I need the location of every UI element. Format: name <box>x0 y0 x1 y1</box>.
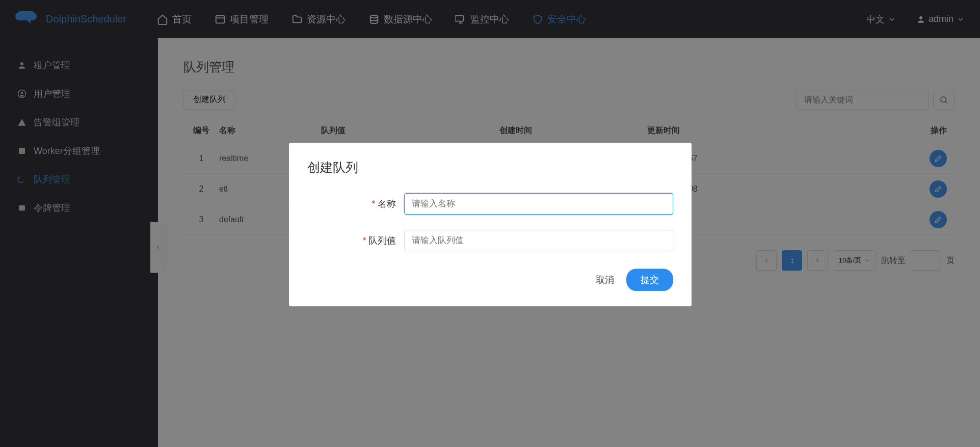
label-text: 名称 <box>378 199 396 209</box>
create-queue-modal: 创建队列 *名称 *队列值 取消 提交 <box>289 143 692 306</box>
submit-button[interactable]: 提交 <box>626 269 673 291</box>
form-row-value: *队列值 <box>307 230 673 251</box>
modal-title: 创建队列 <box>307 159 673 176</box>
cancel-button[interactable]: 取消 <box>596 274 614 286</box>
form-row-name: *名称 <box>307 193 673 215</box>
modal-overlay[interactable]: 创建队列 *名称 *队列值 取消 提交 <box>0 0 980 447</box>
label-text: 队列值 <box>368 235 396 246</box>
modal-footer: 取消 提交 <box>307 269 673 291</box>
queue-value-input[interactable] <box>404 230 673 251</box>
name-label: *名称 <box>307 198 404 210</box>
queue-name-input[interactable] <box>404 193 673 215</box>
value-label: *队列值 <box>307 234 404 247</box>
